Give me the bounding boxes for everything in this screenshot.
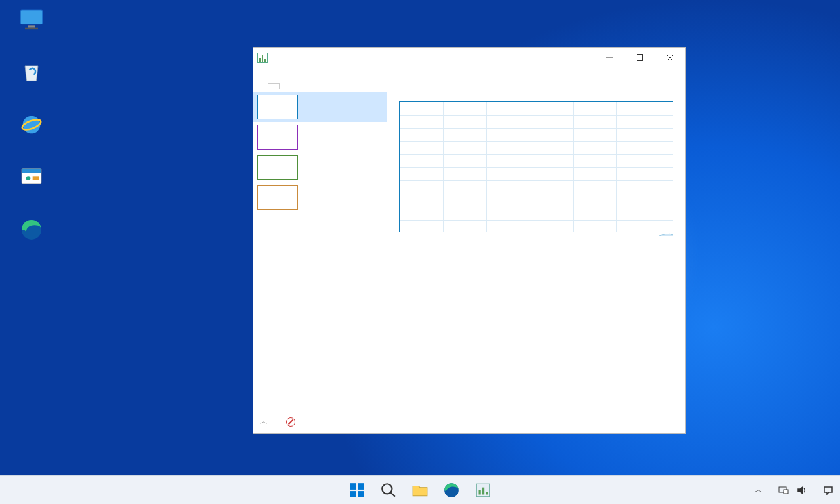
task-manager-icon bbox=[257, 52, 268, 63]
tab-startup[interactable] bbox=[291, 83, 303, 89]
search-button[interactable] bbox=[375, 477, 402, 503]
close-button[interactable] bbox=[655, 48, 685, 68]
tab-app-history[interactable] bbox=[280, 83, 291, 89]
performance-sidebar bbox=[253, 89, 387, 410]
taskbar-icon-task-manager[interactable] bbox=[470, 477, 496, 503]
svg-line-19 bbox=[390, 492, 395, 497]
volume-icon[interactable] bbox=[797, 485, 807, 495]
svg-rect-23 bbox=[482, 487, 484, 494]
svg-rect-0 bbox=[20, 10, 42, 24]
recycle-bin-icon bbox=[17, 58, 46, 87]
svg-rect-8 bbox=[33, 176, 39, 180]
memory-thumb bbox=[257, 125, 298, 150]
sidebar-item-ethernet[interactable] bbox=[253, 182, 387, 213]
desktop-icon-ie[interactable] bbox=[5, 110, 58, 142]
desktop-icon-recycle-bin[interactable] bbox=[5, 58, 58, 89]
sidebar-item-cpu[interactable] bbox=[253, 92, 387, 122]
maximize-button[interactable] bbox=[625, 48, 655, 68]
svg-rect-16 bbox=[350, 491, 356, 497]
taskbar-icon-explorer[interactable] bbox=[407, 477, 433, 503]
desktop-icon-edge[interactable] bbox=[5, 215, 58, 247]
notification-icon[interactable] bbox=[823, 485, 833, 495]
minimize-button[interactable] bbox=[595, 48, 625, 68]
edge-icon bbox=[17, 215, 46, 244]
ethernet-thumb bbox=[257, 185, 298, 210]
network-icon[interactable] bbox=[778, 485, 789, 495]
window-footer: ︿ bbox=[253, 410, 685, 433]
prohibit-icon bbox=[286, 417, 295, 427]
tab-strip bbox=[253, 83, 685, 89]
menubar bbox=[253, 68, 685, 83]
svg-point-3 bbox=[23, 116, 41, 134]
svg-rect-2 bbox=[25, 28, 38, 30]
performance-main bbox=[387, 89, 685, 410]
svg-rect-6 bbox=[22, 169, 41, 173]
start-button[interactable] bbox=[344, 477, 370, 503]
sidebar-item-memory[interactable] bbox=[253, 122, 387, 152]
tray-chevron-up-icon[interactable]: ︿ bbox=[755, 484, 763, 495]
svg-point-7 bbox=[26, 176, 31, 180]
ie-icon bbox=[17, 110, 46, 139]
system-tray: ︿ bbox=[755, 484, 840, 495]
tab-users[interactable] bbox=[303, 83, 315, 89]
control-panel-icon bbox=[17, 163, 46, 192]
chevron-up-icon[interactable]: ︿ bbox=[260, 416, 268, 427]
cpu-utilization-graph bbox=[399, 101, 673, 232]
desktop-icon-this-pc[interactable] bbox=[5, 5, 58, 37]
svg-rect-22 bbox=[479, 490, 481, 495]
titlebar[interactable] bbox=[253, 48, 685, 68]
svg-rect-26 bbox=[784, 490, 788, 494]
open-resource-monitor-link[interactable] bbox=[286, 417, 298, 427]
task-manager-window: ︿ bbox=[253, 47, 686, 434]
svg-rect-1 bbox=[28, 25, 35, 27]
svg-rect-17 bbox=[358, 491, 364, 497]
monitor-icon bbox=[17, 5, 46, 34]
disk-thumb bbox=[257, 155, 298, 180]
tab-services[interactable] bbox=[327, 83, 339, 89]
svg-point-18 bbox=[382, 484, 392, 494]
taskbar: ︿ bbox=[0, 475, 840, 504]
svg-rect-14 bbox=[350, 483, 356, 490]
tab-processes[interactable] bbox=[256, 83, 268, 89]
sidebar-item-disk[interactable] bbox=[253, 152, 387, 182]
taskbar-icon-edge[interactable] bbox=[438, 477, 465, 503]
desktop-icons bbox=[5, 5, 58, 247]
svg-rect-15 bbox=[358, 483, 364, 490]
desktop-icon-control-panel[interactable] bbox=[5, 163, 58, 194]
tab-performance[interactable] bbox=[268, 83, 280, 89]
svg-rect-24 bbox=[486, 492, 488, 494]
tab-details[interactable] bbox=[315, 83, 327, 89]
svg-rect-11 bbox=[637, 55, 643, 61]
cpu-thumb bbox=[257, 94, 298, 119]
